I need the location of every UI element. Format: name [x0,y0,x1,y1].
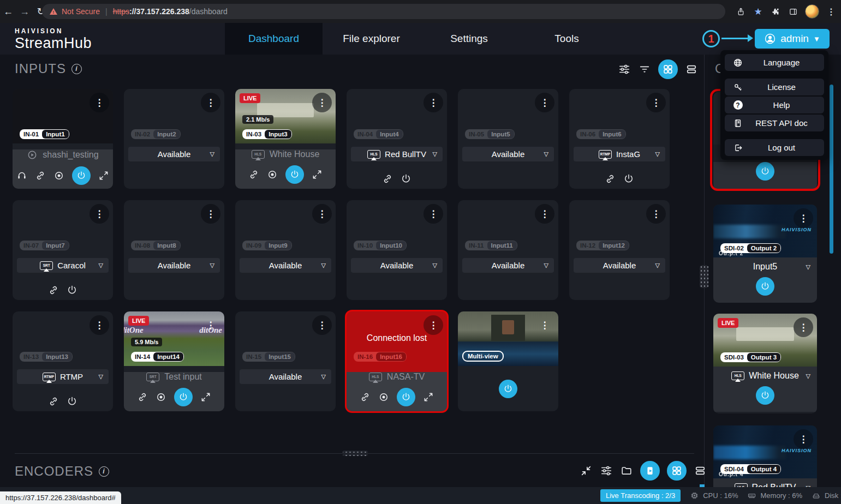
grid-view-button[interactable] [667,461,687,481]
menu-item-language[interactable]: Language [725,54,824,71]
source-select[interactable]: Available▽ [128,147,220,161]
link-icon[interactable] [137,392,148,403]
kebab-menu-icon[interactable]: ⋮ [201,204,220,224]
expand-icon[interactable] [423,392,434,403]
link-icon[interactable] [360,392,371,403]
record-icon[interactable] [156,392,166,403]
extensions-puzzle-icon[interactable] [770,6,781,17]
source-select[interactable]: HLSRed BullTV▽ [351,147,443,161]
power-on-button[interactable] [756,162,774,181]
kebab-menu-icon[interactable]: ⋮ [90,93,109,112]
record-icon[interactable] [267,169,278,180]
link-icon[interactable] [248,169,259,180]
source-select[interactable]: Available▽ [462,258,554,273]
share-icon[interactable] [735,6,746,17]
kebab-menu-icon[interactable]: ⋮ [424,204,443,224]
browser-forward-icon[interactable]: → [16,6,33,17]
info-icon[interactable]: i [99,466,109,477]
record-icon[interactable] [53,170,64,181]
admin-user-button[interactable]: admin ▼ [755,29,830,49]
collapse-icon[interactable] [580,464,593,477]
power-icon[interactable] [401,173,411,184]
source-select[interactable]: RTMPInstaG▽ [574,147,665,161]
kebab-menu-icon[interactable]: ⋮ [646,93,666,112]
expand-icon[interactable] [200,392,211,403]
source-name: NASA-TV [387,372,425,382]
power-on-button[interactable] [397,388,415,406]
tab-file-explorer[interactable]: File explorer [323,23,420,55]
side-panel-icon[interactable] [788,6,798,17]
kebab-menu-icon[interactable]: ⋮ [646,204,666,224]
record-icon[interactable] [378,392,389,403]
headset-icon[interactable] [16,170,27,181]
link-icon[interactable] [48,396,59,407]
kebab-menu-icon[interactable]: ⋮ [794,429,813,449]
power-icon[interactable] [623,173,634,184]
kebab-menu-icon[interactable]: ⋮ [535,93,554,112]
browser-back-icon[interactable]: ← [0,6,16,17]
source-select[interactable]: Available▽ [351,258,443,273]
link-icon[interactable] [35,170,46,181]
link-icon[interactable] [605,173,616,184]
adjust-sliders-icon[interactable] [600,464,613,477]
tab-tools[interactable]: Tools [518,23,616,55]
source-select[interactable]: RTMPRTMP▽ [17,369,109,384]
grid-view-button[interactable] [658,59,678,79]
link-icon[interactable] [382,173,393,184]
adjust-sliders-icon[interactable] [618,63,631,76]
tab-dashboard[interactable]: Dashboard [225,23,323,55]
list-view-icon[interactable] [694,464,707,477]
kebab-menu-icon[interactable]: ⋮ [535,204,554,224]
expand-icon[interactable] [98,170,109,181]
tab-settings[interactable]: Settings [420,23,518,55]
input-badge: IN-10Input10 [354,241,407,250]
info-icon[interactable]: i [71,64,82,74]
kebab-menu-icon[interactable]: ⋮ [424,93,443,112]
kebab-menu-icon[interactable]: ⋮ [794,317,813,337]
link-icon[interactable] [48,285,59,296]
output-source-select[interactable]: HLSWhite House▽ [713,367,817,385]
kebab-menu-icon[interactable]: ⋮ [312,204,332,224]
kebab-menu-icon[interactable]: ⋮ [201,93,220,112]
kebab-menu-icon[interactable]: ⋮ [794,208,813,228]
kebab-menu-icon[interactable]: ⋮ [201,315,220,335]
power-icon[interactable] [67,396,77,407]
source-select[interactable]: Available▽ [240,369,331,384]
power-icon[interactable] [67,285,77,296]
kebab-menu-icon[interactable]: ⋮ [312,315,332,335]
folder-icon[interactable] [620,464,633,477]
expand-icon[interactable] [312,169,323,180]
power-on-button[interactable] [499,380,517,398]
source-select[interactable]: Available▽ [574,258,665,273]
menu-item-rest-api-doc[interactable]: REST API doc [725,115,824,131]
filter-icon[interactable] [638,63,651,76]
menu-item-help[interactable]: ? Help [725,97,824,113]
bookmark-star-icon[interactable]: ★ [753,6,764,17]
list-view-icon[interactable] [685,63,698,76]
menu-item-logout[interactable]: Log out [725,139,824,156]
source-select[interactable]: Available▽ [240,258,331,273]
power-on-button[interactable] [72,166,91,185]
source-select[interactable]: Available▽ [128,258,220,273]
outputs-scrollbar[interactable] [830,85,833,254]
pane-resize-handle[interactable] [698,262,710,291]
profile-avatar[interactable] [805,4,819,19]
menu-item-license[interactable]: License [725,79,824,95]
power-on-button[interactable] [756,277,774,296]
output-source-select[interactable]: Input5▽ [713,257,817,276]
recordings-button[interactable] [640,461,660,481]
power-on-button[interactable] [285,165,304,184]
browser-menu-icon[interactable]: ⋮ [826,6,837,17]
section-resize-handle[interactable] [339,449,371,458]
kebab-menu-icon[interactable]: ⋮ [90,204,109,224]
kebab-menu-icon[interactable]: ⋮ [312,93,332,112]
source-select[interactable]: Available▽ [462,147,554,161]
bitrate-badge: 2.1 Mb/s [242,115,273,124]
address-bar[interactable]: ! Not Secure | https://37.157.226.238/da… [42,4,725,19]
source-select[interactable]: SRTCaracol▽ [17,258,109,273]
power-on-button[interactable] [174,388,193,406]
kebab-menu-icon[interactable]: ⋮ [90,315,109,335]
kebab-menu-icon[interactable]: ⋮ [535,315,554,335]
power-on-button[interactable] [756,386,774,405]
kebab-menu-icon[interactable]: ⋮ [424,315,443,335]
